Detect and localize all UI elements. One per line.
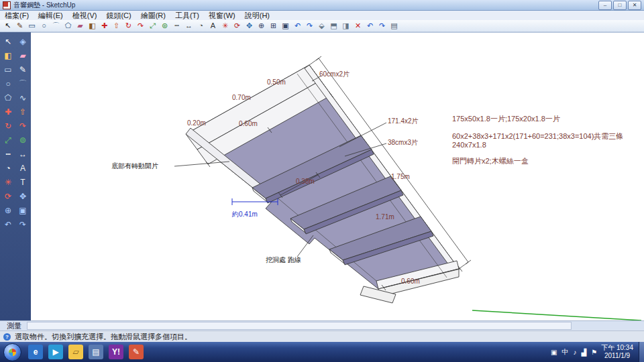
menu-window[interactable]: 視窗(W): [204, 11, 240, 21]
palette-freehand-tool-icon[interactable]: ∿: [15, 90, 30, 105]
follow-me-tool-icon[interactable]: ↷: [135, 21, 146, 32]
palette-eraser-tool-icon[interactable]: ▰: [15, 48, 30, 62]
dim-041: 約0.41m: [232, 211, 258, 218]
palette-dimension-tool-icon[interactable]: ↔: [15, 147, 30, 161]
palette-offset-tool-icon[interactable]: ⊚: [15, 133, 30, 147]
palette-push-pull-tool-icon[interactable]: ⇧: [15, 105, 30, 119]
orbit-tool-icon[interactable]: ⟳: [231, 21, 243, 32]
palette-3d-text-tool-icon[interactable]: T: [15, 175, 30, 189]
delete-icon[interactable]: ✕: [352, 21, 364, 32]
green-axis: [472, 310, 641, 320]
pan-tool-icon[interactable]: ✥: [244, 21, 255, 32]
palette-move-tool-icon[interactable]: ✚: [1, 105, 15, 119]
drawing-canvas[interactable]: 60cmx2片 0.50m 0.70m 0.20m 0.60m 171.4x2片…: [31, 32, 644, 320]
info-icon: ?: [3, 333, 11, 341]
previous-view-icon[interactable]: ↶: [292, 21, 303, 32]
iso-view-icon[interactable]: ⬙: [316, 21, 327, 32]
push-pull-tool-icon[interactable]: ⇧: [111, 21, 122, 32]
palette-tape-measure-icon[interactable]: ┅: [1, 147, 15, 161]
palette-rotate-tool-icon[interactable]: ↻: [1, 119, 15, 133]
select-tool-icon[interactable]: ↖: [2, 21, 13, 32]
front-view-icon[interactable]: ◨: [340, 21, 352, 32]
main-toolbar: ↖ ✎ ▭ ○ ⌒ ⬠ ▰ ◧ ✚ ⇧ ↻ ↷ ⤢ ⊚ ┅ ↔: [0, 20, 644, 32]
menu-draw[interactable]: 繪圖(R): [136, 11, 170, 21]
paint-brush-icon[interactable]: ✎: [129, 345, 144, 359]
palette-circle-tool-icon[interactable]: ○: [1, 76, 15, 90]
notes-icon[interactable]: ▤: [89, 345, 103, 359]
palette-line-tool-icon[interactable]: ✎: [15, 62, 30, 76]
note-line3: 240x7x1.8: [452, 141, 486, 149]
measurement-input[interactable]: [27, 322, 572, 330]
protractor-tool-icon[interactable]: ◔: [195, 21, 207, 32]
dimension-tool-icon[interactable]: ↔: [183, 21, 195, 32]
print-icon[interactable]: ▤: [388, 21, 400, 32]
top-view-icon[interactable]: ⬒: [328, 21, 339, 32]
zoom-extents-icon[interactable]: ▣: [280, 21, 291, 32]
ie-icon[interactable]: e: [28, 345, 43, 359]
eraser-tool-icon[interactable]: ▰: [74, 21, 86, 32]
status-bar: ? 選取物件。切換到擴充選擇。拖動滑鼠選擇多個項目。: [0, 330, 644, 342]
yahoo-messenger-icon[interactable]: Y!: [109, 345, 123, 359]
maximize-button[interactable]: □: [613, 1, 627, 10]
start-button[interactable]: [3, 343, 21, 361]
palette-next-view-icon[interactable]: ↷: [15, 217, 30, 231]
dim-020: 0.20m: [187, 120, 206, 127]
zoom-window-icon[interactable]: ⊞: [268, 21, 279, 32]
volume-icon[interactable]: ♪: [574, 349, 577, 356]
palette-paint-bucket-icon[interactable]: ◧: [1, 48, 15, 62]
zoom-tool-icon[interactable]: ⊕: [256, 21, 267, 32]
menu-help[interactable]: 說明(H): [240, 11, 274, 21]
menu-camera[interactable]: 鏡頭(C): [101, 11, 136, 21]
menu-edit[interactable]: 編輯(E): [34, 11, 68, 21]
palette-pan-tool-icon[interactable]: ✥: [15, 189, 30, 203]
scale-tool-icon[interactable]: ⤢: [147, 21, 158, 32]
media-player-icon[interactable]: ▶: [48, 345, 63, 359]
menu-view[interactable]: 檢視(V): [68, 11, 102, 21]
dim-38cm: 38cmx3片: [388, 139, 418, 146]
title-bar[interactable]: 音響鋼墊 - SketchUp – □ ✕: [0, 0, 644, 11]
explorer-icon[interactable]: ▱: [68, 345, 83, 359]
note-line1: 175x50x1.8一片;175x20x1.8一片: [452, 115, 560, 123]
palette-axes-tool-icon[interactable]: ✳: [1, 175, 15, 189]
palette-scale-tool-icon[interactable]: ⤢: [1, 133, 15, 147]
tray-app-icon[interactable]: ▣: [551, 349, 557, 356]
polygon-tool-icon[interactable]: ⬠: [62, 21, 74, 32]
network-icon[interactable]: ▟: [582, 349, 587, 356]
palette-zoom-tool-icon[interactable]: ⊕: [1, 203, 15, 217]
palette-rectangle-tool-icon[interactable]: ▭: [1, 62, 15, 76]
taskbar-clock[interactable]: 下午 10:34 2011/1/9: [601, 344, 633, 361]
palette-select-tool-icon[interactable]: ↖: [1, 34, 15, 48]
undo-icon[interactable]: ↶: [364, 21, 376, 32]
system-tray: ▣ 中 ♪ ▟ ⚑: [551, 347, 597, 357]
palette-orbit-tool-icon[interactable]: ⟳: [1, 189, 15, 203]
rotate-tool-icon[interactable]: ↻: [123, 21, 134, 32]
minimize-button[interactable]: –: [598, 1, 612, 10]
menu-file[interactable]: 檔案(F): [0, 11, 34, 21]
circle-tool-icon[interactable]: ○: [38, 21, 50, 32]
rectangle-tool-icon[interactable]: ▭: [26, 21, 38, 32]
palette-polygon-tool-icon[interactable]: ⬠: [1, 90, 15, 105]
palette-make-component-icon[interactable]: ◈: [15, 34, 30, 48]
move-tool-icon[interactable]: ✚: [99, 21, 110, 32]
redo-icon[interactable]: ↷: [376, 21, 388, 32]
action-center-icon[interactable]: ⚑: [591, 349, 597, 356]
line-tool-icon[interactable]: ✎: [14, 21, 25, 32]
menu-tools[interactable]: 工具(T): [170, 11, 204, 21]
next-view-icon[interactable]: ↷: [304, 21, 315, 32]
paint-bucket-icon[interactable]: ◧: [87, 21, 98, 32]
clock-time: 下午 10:34: [601, 344, 633, 353]
close-button[interactable]: ✕: [628, 1, 641, 10]
arc-tool-icon[interactable]: ⌒: [50, 21, 62, 32]
language-indicator[interactable]: 中: [562, 347, 569, 357]
text-tool-icon[interactable]: A: [207, 21, 219, 32]
palette-arc-tool-icon[interactable]: ⌒: [15, 76, 30, 90]
show-desktop-button[interactable]: [639, 342, 644, 362]
palette-text-tool-icon[interactable]: A: [15, 161, 30, 175]
palette-follow-me-tool-icon[interactable]: ↷: [15, 119, 30, 133]
palette-protractor-tool-icon[interactable]: ◔: [1, 161, 15, 175]
axes-tool-icon[interactable]: ✳: [219, 21, 231, 32]
offset-tool-icon[interactable]: ⊚: [159, 21, 170, 32]
palette-zoom-extents-icon[interactable]: ▣: [15, 203, 30, 217]
tape-measure-icon[interactable]: ┅: [171, 21, 182, 32]
palette-previous-view-icon[interactable]: ↶: [1, 217, 15, 231]
